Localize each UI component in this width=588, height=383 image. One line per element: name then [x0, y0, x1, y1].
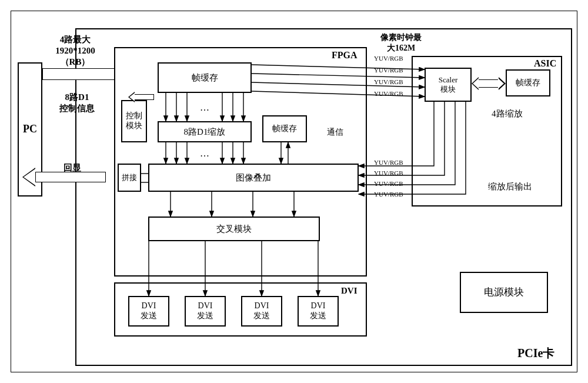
- splice-block: 拼接: [118, 164, 141, 192]
- yuvrgb-d1: YUV/RGB: [374, 159, 403, 167]
- framebuffer-top: 帧缓存: [158, 62, 252, 93]
- framebuffer-mid: 帧缓存: [262, 115, 307, 142]
- dvi-send-4: DVI 发送: [298, 296, 339, 327]
- scale-8ch: 8路D1缩放: [158, 121, 252, 142]
- scale4-label: 4路缩放: [492, 108, 523, 119]
- ctrl-info-label: 8路D1 控制信息: [51, 92, 103, 114]
- yuvrgb-u4: YUV/RGB: [374, 90, 403, 98]
- yuvrgb-d2: YUV/RGB: [374, 169, 403, 178]
- asic-framebuffer: 帧缓存: [506, 69, 550, 96]
- comm-label: 通信: [327, 127, 343, 138]
- control-module: 控制 模块: [121, 100, 147, 142]
- pixel-clock-label: 像素时钟最 大162M: [374, 32, 428, 53]
- asic-title: ASIC: [534, 58, 556, 69]
- power-module: 电源模块: [460, 272, 548, 313]
- pcie-card-title: PCIe卡: [517, 346, 554, 361]
- input-res-label: 4路最大 1920*1200 （RB）: [46, 34, 105, 67]
- scaler-module: Scaler 模块: [425, 68, 472, 102]
- yuvrgb-d4: YUV/RGB: [374, 191, 403, 199]
- yuvrgb-d3: YUV/RGB: [374, 180, 403, 188]
- yuvrgb-u1: YUV/RGB: [374, 55, 403, 63]
- cross-module: 交叉模块: [148, 217, 320, 241]
- dvi-send-2: DVI 发送: [185, 296, 226, 327]
- image-overlay: 图像叠加: [148, 164, 359, 192]
- scale-out-label: 缩放后输出: [488, 181, 532, 192]
- dvi-send-1: DVI 发送: [128, 296, 169, 327]
- fpga-title: FPGA: [332, 49, 358, 61]
- dvi-title: DVI: [341, 285, 358, 297]
- yuvrgb-u3: YUV/RGB: [374, 78, 403, 86]
- dvi-send-3: DVI 发送: [241, 296, 282, 327]
- yuvrgb-u2: YUV/RGB: [374, 66, 403, 75]
